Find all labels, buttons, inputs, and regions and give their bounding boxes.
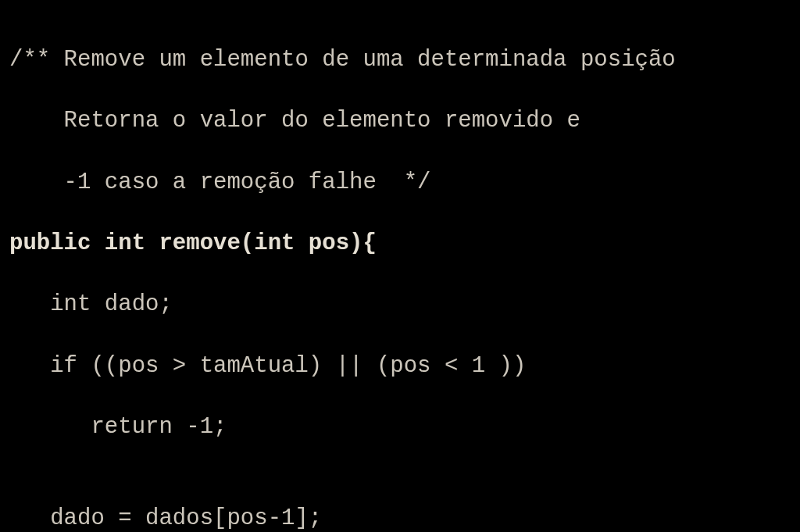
code-line: dado = dados[pos-1]; — [9, 503, 791, 532]
code-line: if ((pos > tamAtual) || (pos < 1 )) — [9, 351, 791, 381]
code-line: int dado; — [9, 289, 791, 320]
code-line: -1 caso a remoção falhe */ — [9, 167, 791, 198]
code-line: Retorna o valor do elemento removido e — [9, 105, 791, 136]
code-block: /** Remove um elemento de uma determinad… — [0, 0, 800, 532]
code-line: return -1; — [9, 412, 791, 442]
code-line: /** Remove um elemento de uma determinad… — [9, 45, 791, 75]
code-line-signature: public int remove(int pos){ — [9, 228, 791, 259]
